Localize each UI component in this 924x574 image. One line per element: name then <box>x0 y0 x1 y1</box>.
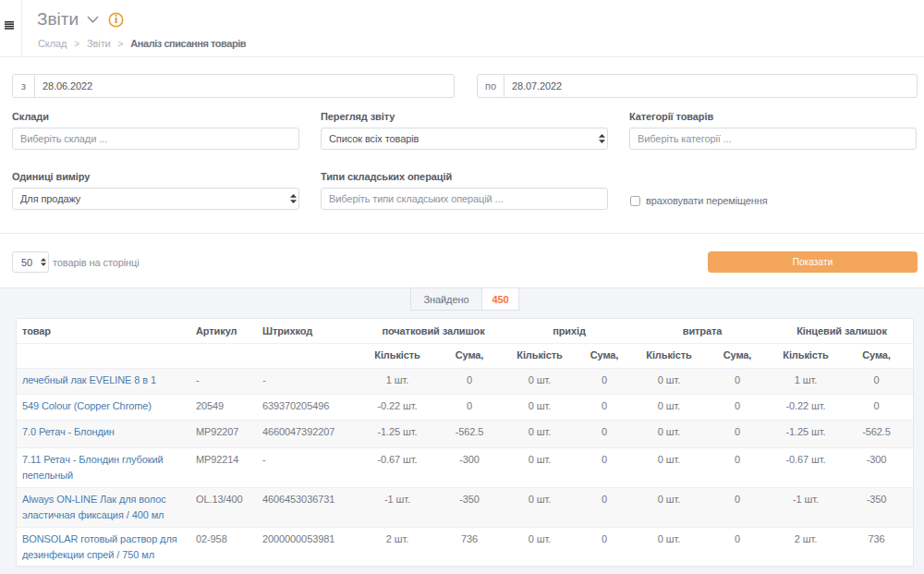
svg-text:i: i <box>115 13 118 26</box>
